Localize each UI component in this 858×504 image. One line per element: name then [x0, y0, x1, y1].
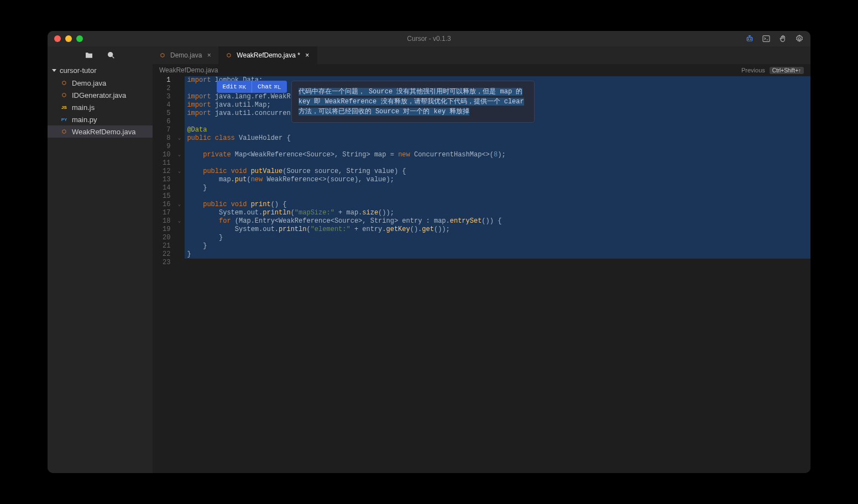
code-line[interactable]: System.out.println("element:" + entry.ge…	[185, 225, 810, 234]
code-editor[interactable]: 1234567891011121314151617181920212223 ⌄⌄…	[153, 76, 810, 473]
traffic-lights	[54, 35, 83, 42]
chat-button[interactable]: Chat ⌘L	[252, 81, 287, 93]
folder-icon[interactable]	[85, 51, 93, 60]
svg-rect-3	[763, 36, 770, 42]
fold-arrow-icon[interactable]: ⌄	[177, 134, 181, 143]
tab-bar: ⬡Demo.java×⬡WeakRefDemo.java *×	[153, 46, 810, 64]
code-line[interactable]: for (Map.Entry<WeakReference<Source>, St…	[185, 217, 810, 225]
tab-weakrefdemo-java-[interactable]: ⬡WeakRefDemo.java *×	[219, 46, 317, 64]
file-item-demo-java[interactable]: ⬡Demo.java	[48, 77, 153, 89]
code-line[interactable]: }	[185, 242, 810, 250]
code-line[interactable]	[185, 259, 810, 267]
titlebar-actions	[745, 34, 804, 43]
inline-actions-popup: Edit ⌘K Chat ⌘L 代码中存在一个问题， Source 没有其他强引…	[217, 81, 534, 123]
file-item-weakrefdemo-java[interactable]: ⬡WeakRefDemo.java	[48, 125, 153, 138]
file-name: WeakRefDemo.java	[72, 128, 135, 136]
file-item-idgenerator-java[interactable]: ⬡IDGenerator.java	[48, 89, 153, 101]
fold-arrow-icon[interactable]: ⌄	[177, 201, 181, 209]
code-line[interactable]: public void print() {	[185, 201, 810, 209]
code-line[interactable]: public class ValueHolder {	[185, 134, 810, 143]
svg-point-2	[750, 39, 751, 39]
project-header[interactable]: cursor-tutor	[48, 64, 153, 77]
file-item-main-js[interactable]: JSmain.js	[48, 101, 153, 113]
code-line[interactable]: System.out.println("mapSize:" + map.size…	[185, 209, 810, 217]
window-close-button[interactable]	[54, 35, 61, 42]
code-line[interactable]: }	[185, 250, 810, 259]
hand-icon[interactable]	[778, 34, 787, 43]
tab-label: Demo.java	[170, 51, 202, 59]
svg-point-1	[748, 39, 749, 39]
breadcrumb-bar: WeakRefDemo.java Previous Ctrl+Shift+↑	[153, 64, 810, 76]
window-title: Cursor - v0.1.3	[407, 35, 451, 43]
window-maximize-button[interactable]	[76, 35, 83, 42]
project-name: cursor-tutor	[60, 66, 96, 75]
terminal-icon[interactable]	[762, 34, 771, 43]
close-tab-icon[interactable]: ×	[205, 51, 213, 59]
code-line[interactable]: }	[185, 184, 810, 192]
code-line[interactable]: @Data	[185, 126, 810, 134]
fold-arrow-icon[interactable]: ⌄	[177, 217, 181, 225]
file-name: main.py	[72, 116, 97, 124]
file-tree: ⬡Demo.java⬡IDGenerator.javaJSmain.jsPYma…	[48, 77, 153, 138]
code-line[interactable]	[185, 192, 810, 201]
code-line[interactable]	[185, 159, 810, 167]
code-line[interactable]: private Map<WeakReference<Source>, Strin…	[185, 151, 810, 159]
tab-demo-java[interactable]: ⬡Demo.java×	[153, 46, 219, 64]
code-line[interactable]: public void putValue(Source source, Stri…	[185, 167, 810, 176]
svg-point-5	[108, 53, 113, 57]
chevron-down-icon	[52, 69, 56, 72]
chat-input-popup[interactable]: 代码中存在一个问题， Source 没有其他强引用时可以释放，但是 map 的 …	[291, 81, 535, 123]
svg-point-4	[798, 38, 801, 40]
chat-message-text: 代码中存在一个问题， Source 没有其他强引用时可以释放，但是 map 的 …	[299, 88, 524, 116]
code-line[interactable]	[185, 143, 810, 151]
sidebar-toolbar	[48, 46, 153, 64]
search-icon[interactable]	[107, 51, 116, 60]
window-minimize-button[interactable]	[65, 35, 72, 42]
app-window: Cursor - v0.1.3 cursor-tutor ⬡Demo.java⬡…	[48, 31, 810, 473]
titlebar: Cursor - v0.1.3	[48, 31, 810, 46]
close-tab-icon[interactable]: ×	[304, 51, 311, 59]
line-gutter: 1234567891011121314151617181920212223	[153, 76, 177, 473]
file-name: IDGenerator.java	[72, 91, 126, 99]
previous-label[interactable]: Previous	[741, 67, 765, 74]
code-line[interactable]: map.put(new WeakReference<>(source), val…	[185, 176, 810, 184]
action-button-group: Edit ⌘K Chat ⌘L	[217, 81, 286, 93]
breadcrumb-path: WeakRefDemo.java	[159, 66, 218, 74]
ai-robot-icon[interactable]	[745, 34, 754, 43]
file-item-main-py[interactable]: PYmain.py	[48, 113, 153, 125]
file-name: main.js	[72, 103, 95, 112]
sidebar: cursor-tutor ⬡Demo.java⬡IDGenerator.java…	[48, 46, 153, 473]
fold-arrow-icon[interactable]: ⌄	[177, 151, 181, 159]
previous-shortcut: Ctrl+Shift+↑	[770, 67, 804, 74]
editor-area: ⬡Demo.java×⬡WeakRefDemo.java *× WeakRefD…	[153, 46, 810, 473]
tab-label: WeakRefDemo.java *	[237, 51, 300, 59]
code-line[interactable]: }	[185, 234, 810, 242]
edit-button[interactable]: Edit ⌘K	[217, 81, 252, 93]
file-name: Demo.java	[72, 79, 106, 87]
fold-arrow-icon[interactable]: ⌄	[177, 167, 181, 176]
settings-gear-icon[interactable]	[795, 34, 804, 43]
